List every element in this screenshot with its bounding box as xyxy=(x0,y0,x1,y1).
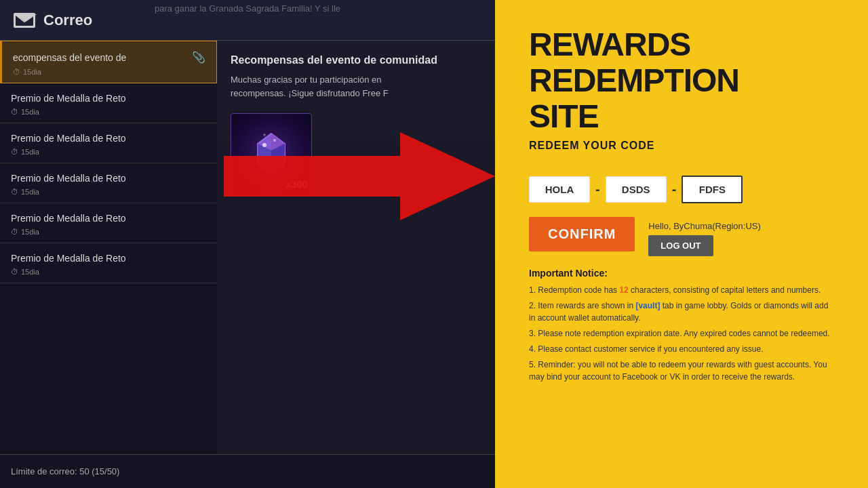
game-panel: para ganar la Granada Sagrada Familia! Y… xyxy=(0,0,495,488)
mail-item[interactable]: Premio de Medalla de Reto ⏱ 15dia xyxy=(0,203,217,243)
mail-time-text: 15dia xyxy=(21,108,39,116)
clock-icon: ⏱ xyxy=(11,148,18,156)
notice-item-5: 5. Reminder: you will not be able to red… xyxy=(529,359,834,383)
mail-item-title: Premio de Medalla de Reto xyxy=(11,213,126,224)
mail-item-title: ecompensas del evento de xyxy=(13,52,126,63)
mail-item-time: ⏱ 15dia xyxy=(11,148,206,156)
notice-item-2: 2. Item rewards are shown in [vault] tab… xyxy=(529,300,834,324)
site-subtitle: REDEEM YOUR CODE xyxy=(529,140,834,152)
code-segment-1[interactable]: HOLA xyxy=(529,176,590,203)
clock-icon: ⏱ xyxy=(11,108,18,116)
mail-limit: Límite de correo: 50 (15/50) xyxy=(11,466,119,476)
svg-rect-0 xyxy=(15,14,34,26)
redemption-panel: REWARDSREDEMPTIONSITE REDEEM YOUR CODE H… xyxy=(495,0,868,488)
code-segment-2[interactable]: DSDS xyxy=(606,176,667,203)
notice-highlight-vault: [vault] xyxy=(635,301,660,310)
code-segment-3[interactable]: FDFS xyxy=(682,176,743,203)
svg-point-7 xyxy=(273,139,276,142)
mail-item-title: Premio de Medalla de Reto xyxy=(11,93,126,104)
item-display: x300 xyxy=(231,113,312,195)
mail-time-text: 15dia xyxy=(21,188,39,196)
clock-icon: ⏱ xyxy=(11,188,18,196)
mail-time-text: 15dia xyxy=(23,68,41,76)
mail-item-time: ⏱ 15dia xyxy=(11,268,206,276)
user-greeting: Hello, ByChuma(Region:US) xyxy=(648,221,760,231)
code-separator-1: - xyxy=(595,182,600,197)
mail-content-area: Recompensas del evento de comunidad Much… xyxy=(217,41,495,454)
mail-icon xyxy=(14,13,35,28)
mail-item[interactable]: Premio de Medalla de Reto ⏱ 15dia xyxy=(0,123,217,163)
mail-item[interactable]: ecompensas del evento de 📎 ⏱ 15dia xyxy=(0,41,217,83)
logout-button[interactable]: LOG OUT xyxy=(648,235,713,256)
confirm-button[interactable]: CONFIRM xyxy=(529,217,635,251)
mail-item-title: Premio de Medalla de Reto xyxy=(11,173,126,184)
item-count: x300 xyxy=(286,179,307,190)
code-input-area: HOLA - DSDS - FDFS xyxy=(529,176,834,203)
mail-item[interactable]: Premio de Medalla de Reto ⏱ 15dia xyxy=(0,163,217,203)
code-separator-2: - xyxy=(672,182,677,197)
clock-icon: ⏱ xyxy=(13,68,20,76)
item-box: x300 xyxy=(231,113,312,195)
site-title: REWARDSREDEMPTIONSITE xyxy=(529,27,834,134)
mail-item-time: ⏱ 15dia xyxy=(11,188,206,196)
mail-content-title: Recompensas del evento de comunidad xyxy=(231,54,481,66)
background-text: para ganar la Granada Sagrada Familia! Y… xyxy=(0,3,495,14)
clock-icon: ⏱ xyxy=(11,228,18,236)
attachment-icon: 📎 xyxy=(192,51,205,64)
mail-item-title: Premio de Medalla de Reto xyxy=(11,253,126,264)
mail-time-text: 15dia xyxy=(21,228,39,236)
notice-title: Important Notice: xyxy=(529,268,834,279)
bottom-bar: Límite de correo: 50 (15/50) xyxy=(0,454,495,488)
mail-item[interactable]: Premio de Medalla de Reto ⏱ 15dia xyxy=(0,243,217,283)
mail-list: ecompensas del evento de 📎 ⏱ 15dia Premi… xyxy=(0,41,217,454)
notice-item-3: 3. Please note redemption expiration dat… xyxy=(529,327,834,340)
svg-marker-8 xyxy=(263,133,267,137)
svg-point-6 xyxy=(262,143,267,147)
mail-item-title: Premio de Medalla de Reto xyxy=(11,133,126,144)
notice-highlight-12: 12 xyxy=(619,285,628,295)
clock-icon: ⏱ xyxy=(11,268,18,276)
notice-item-1: 1. Redemption code has 12 characters, co… xyxy=(529,284,834,296)
mail-item-time: ⏱ 15dia xyxy=(11,108,206,116)
correo-title: Correo xyxy=(43,12,92,29)
mail-item-time: ⏱ 15dia xyxy=(13,68,205,76)
mail-time-text: 15dia xyxy=(21,148,39,156)
notice-item-4: 4. Please contact customer service if yo… xyxy=(529,343,834,355)
mail-item-time: ⏱ 15dia xyxy=(11,228,206,236)
mail-content-body: Muchas gracias por tu participación en r… xyxy=(231,73,481,100)
notice-section: Important Notice: 1. Redemption code has… xyxy=(529,268,834,461)
mail-item[interactable]: Premio de Medalla de Reto ⏱ 15dia xyxy=(0,83,217,123)
mail-time-text: 15dia xyxy=(21,268,39,276)
